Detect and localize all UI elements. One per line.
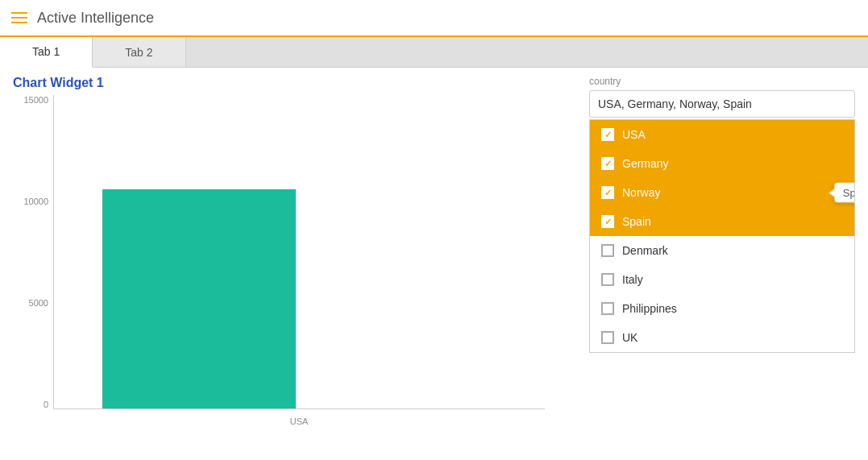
bar-usa: [102, 189, 296, 408]
item-label-italy: Italy: [622, 273, 643, 286]
chart-container: 15000 10000 5000 0 USA: [13, 95, 545, 433]
main-content: Chart Widget 1 15000 10000 5000 0 USA co…: [0, 68, 868, 460]
checkbox-italy[interactable]: [601, 273, 614, 286]
chart-area: Chart Widget 1 15000 10000 5000 0 USA: [13, 76, 581, 452]
dropdown-list[interactable]: USA Germany Norway Spain Spain Denma: [589, 119, 855, 353]
list-item-germany[interactable]: Germany: [590, 149, 854, 178]
checkbox-denmark[interactable]: [601, 244, 614, 257]
norway-tooltip: Spain: [834, 183, 855, 203]
checkbox-uk[interactable]: [601, 331, 614, 344]
x-labels: USA: [53, 409, 545, 433]
y-label-10000: 10000: [23, 197, 48, 206]
tab-2[interactable]: Tab 2: [93, 37, 185, 67]
y-label-15000: 15000: [23, 95, 48, 105]
list-item-denmark[interactable]: Denmark: [590, 236, 854, 265]
chart-inner: [53, 95, 545, 409]
tabs-bar: Tab 1 Tab 2: [0, 37, 868, 68]
y-label-0: 0: [44, 400, 48, 409]
checkbox-germany[interactable]: [601, 157, 614, 170]
filter-input[interactable]: [589, 90, 855, 118]
item-label-spain: Spain: [622, 215, 651, 228]
app-title: Active Intelligence: [37, 10, 154, 27]
y-label-5000: 5000: [29, 298, 48, 308]
checkbox-norway[interactable]: [601, 186, 614, 199]
tab-1[interactable]: Tab 1: [0, 37, 93, 68]
checkbox-usa[interactable]: [601, 128, 614, 141]
list-item-uk[interactable]: UK: [590, 323, 854, 352]
item-label-uk: UK: [622, 331, 638, 344]
filter-label: country: [589, 76, 855, 87]
list-item-spain[interactable]: Spain: [590, 207, 854, 236]
app-header: Active Intelligence: [0, 0, 868, 37]
list-item-usa[interactable]: USA: [590, 120, 854, 149]
list-item-philippines[interactable]: Philippines: [590, 294, 854, 323]
item-label-norway: Norway: [622, 186, 660, 199]
checkbox-spain[interactable]: [601, 215, 614, 228]
y-axis: 15000 10000 5000 0: [13, 95, 53, 409]
list-item-norway[interactable]: Norway Spain: [590, 178, 854, 207]
item-label-philippines: Philippines: [622, 302, 677, 315]
x-label-usa: USA: [290, 416, 309, 426]
hamburger-menu-icon[interactable]: [11, 12, 27, 23]
filter-panel: country USA Germany Norway Spain: [581, 76, 855, 452]
item-label-germany: Germany: [622, 157, 669, 170]
list-item-italy[interactable]: Italy: [590, 265, 854, 294]
checkbox-philippines[interactable]: [601, 302, 614, 315]
item-label-denmark: Denmark: [622, 244, 668, 257]
chart-title: Chart Widget 1: [13, 76, 581, 90]
item-label-usa: USA: [622, 128, 646, 141]
